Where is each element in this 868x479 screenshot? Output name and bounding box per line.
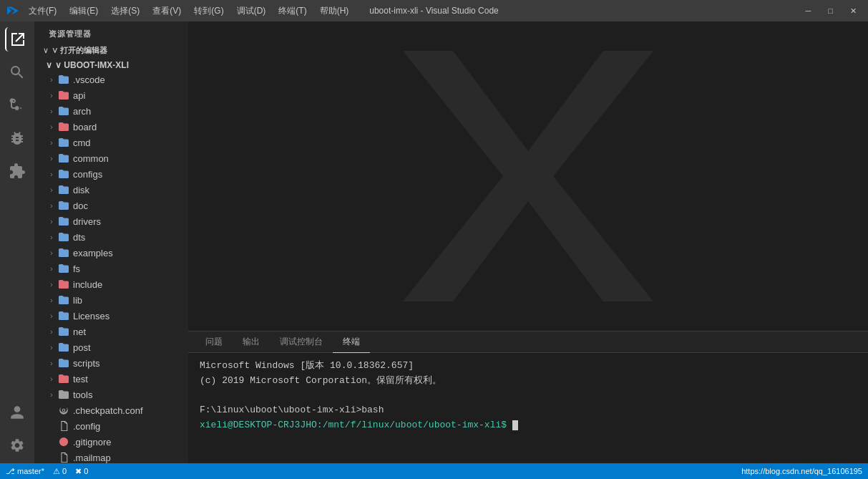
tree-chevron-icon: › [46,359,57,367]
tree-item-label: examples [73,248,188,258]
tree-item-test[interactable]: › test [34,371,188,387]
tree-item-api[interactable]: › api [34,87,188,103]
settings-activity-icon[interactable] [5,433,29,458]
tree-item-label: disk [73,185,188,195]
terminal-line-3 [200,389,857,404]
debug-activity-icon[interactable] [5,126,29,150]
close-button[interactable]: ✕ [846,5,861,17]
tree-chevron-icon: › [46,92,57,100]
main-area: 资源管理器 ∨ ∨ 打开的编辑器 ∨ ∨ UBOOT-IMX-XLI › .vs… [0,21,868,463]
open-editors-header[interactable]: ∨ ∨ 打开的编辑器 [34,42,188,59]
search-activity-icon[interactable] [5,60,29,84]
file-icon [57,452,70,463]
menu-file[interactable]: 文件(F) [23,4,62,19]
menu-debug[interactable]: 调试(D) [231,4,272,19]
status-errors[interactable]: ✖ 0 [75,467,88,476]
tab-debug-console[interactable]: 调试控制台 [270,332,333,353]
source-control-activity-icon[interactable] [5,93,29,117]
project-chevron: ∨ [46,60,52,70]
tree-chevron-icon: › [46,233,57,241]
tree-chevron-icon: › [46,123,57,131]
extensions-activity-icon[interactable] [5,159,29,183]
tree-item-dts[interactable]: › dts [34,229,188,245]
tree-item-label: .vscode [73,74,188,85]
menu-terminal[interactable]: 终端(T) [273,4,312,19]
terminal-line-2: (c) 2019 Microsoft Corporation。保留所有权利。 [200,374,857,389]
tree-item-configs[interactable]: › configs [34,166,188,182]
tree-item-vscode[interactable]: › .vscode [34,72,188,87]
maximize-button[interactable]: □ [824,5,837,17]
tree-item-scripts[interactable]: › scripts [34,355,188,371]
tree-item-common[interactable]: › common [34,150,188,166]
tree-chevron-icon: › [46,391,57,399]
tree-item-include[interactable]: › include [34,276,188,292]
tree-item-net[interactable]: › net [34,324,188,339]
tree-item-doc[interactable]: › doc [34,198,188,213]
menu-select[interactable]: 选择(S) [105,4,145,19]
status-left: ⎇ master* ⚠ 0 ✖ 0 [6,467,88,476]
tree-item-arch[interactable]: › arch [34,103,188,119]
folder-icon [57,326,70,337]
tree-item-gitignore[interactable]: .gitignore [34,434,188,450]
status-warnings[interactable]: ⚠ 0 [53,467,67,476]
terminal-cursor [512,420,518,430]
account-activity-icon[interactable] [5,400,29,425]
tree-chevron-icon: › [46,344,57,352]
tab-output[interactable]: 输出 [233,332,270,353]
tree-item-board[interactable]: › board [34,119,188,135]
terminal-prompt: xieli@DESKTOP-CRJ3JHO:/mnt/f/linux/uboot… [200,420,507,430]
tree-item-label: doc [73,200,188,211]
folder-icon [57,310,70,321]
file-icon [57,436,70,447]
panel-tabs: 问题 输出 调试控制台 终端 [188,332,868,353]
tree-item-examples[interactable]: › examples [34,245,188,261]
tree-chevron-icon: › [46,76,57,84]
folder-icon [57,342,70,353]
tree-chevron-icon: › [46,202,57,210]
tree-item-label: test [73,374,188,384]
open-editors-chevron: ∨ [43,46,49,55]
tree-item-config[interactable]: .config [34,418,188,434]
open-editors-label: ∨ 打开的编辑器 [52,45,107,56]
folder-icon [57,294,70,306]
folder-icon [57,279,70,290]
tree-item-checkpatch.conf[interactable]: .checkpatch.conf [34,402,188,418]
minimize-button[interactable]: ─ [801,5,816,17]
tree-item-mailmap[interactable]: .mailmap [34,450,188,463]
menu-view[interactable]: 查看(V) [147,4,187,19]
explorer-activity-icon[interactable] [5,27,29,52]
tree-item-fs[interactable]: › fs [34,261,188,276]
tree-chevron-icon: › [46,218,57,226]
menu-goto[interactable]: 转到(G) [188,4,229,19]
tree-item-post[interactable]: › post [34,339,188,355]
folder-icon [57,389,70,400]
tab-problems[interactable]: 问题 [195,332,233,353]
tree-item-label: include [73,279,188,290]
tree-item-drivers[interactable]: › drivers [34,213,188,229]
project-root-header[interactable]: ∨ ∨ UBOOT-IMX-XLI [34,59,188,72]
tree-item-Licenses[interactable]: › Licenses [34,308,188,324]
tree-item-lib[interactable]: › lib [34,292,188,308]
menu-edit[interactable]: 编辑(E) [64,4,104,19]
terminal-content[interactable]: Microsoft Windows [版本 10.0.18362.657] (c… [188,353,868,463]
tree-item-disk[interactable]: › disk [34,182,188,198]
tree-item-label: .config [73,421,188,432]
svg-point-0 [59,437,68,446]
activity-bar [0,21,34,463]
folder-icon [57,168,70,180]
status-bar: ⎇ master* ⚠ 0 ✖ 0 https://blog.csdn.net/… [0,463,868,479]
tree-item-cmd[interactable]: › cmd [34,135,188,150]
status-url[interactable]: https://blog.csdn.net/qq_16106195 [741,467,862,475]
tab-terminal[interactable]: 终端 [333,332,370,353]
folder-icon [57,89,70,101]
folder-icon [57,200,70,211]
tree-chevron-icon: › [46,155,57,163]
status-branch[interactable]: ⎇ master* [6,467,44,476]
folder-icon [57,121,70,132]
window-title: uboot-imx-xli - Visual Studio Code [369,6,499,16]
tree-item-label: common [73,153,188,164]
tree-chevron-icon: › [46,139,57,147]
tree-chevron-icon: › [46,328,57,336]
menu-help[interactable]: 帮助(H) [314,4,355,19]
tree-item-tools[interactable]: › tools [34,387,188,402]
